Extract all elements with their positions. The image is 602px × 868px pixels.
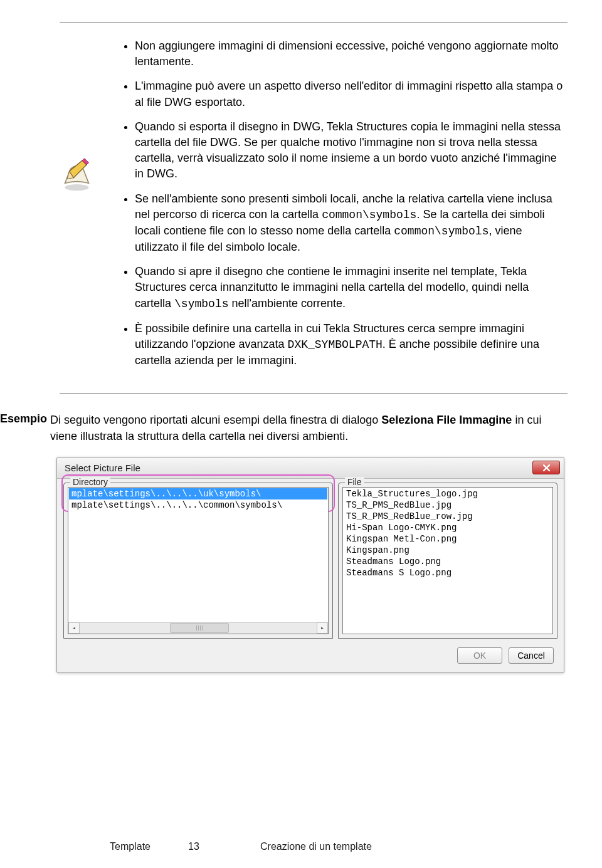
list-item[interactable]: TS_R_PMS_RedBlue_row.jpg <box>344 511 552 522</box>
top-divider <box>60 22 568 23</box>
bullet-item: Quando si esporta il disegno in DWG, Tek… <box>135 119 568 182</box>
list-item[interactable]: mplate\settings\..\..\..\uk\symbols\ <box>69 488 327 499</box>
note-bullet-list: Non aggiungere immagini di dimensioni ec… <box>110 38 568 377</box>
bottom-divider <box>60 393 568 394</box>
note-box: Non aggiungere immagini di dimensioni ec… <box>60 38 568 377</box>
footer-right: Creazione di un template <box>226 841 602 852</box>
bullet-item: È possibile definire una cartella in cui… <box>135 321 568 369</box>
scroll-thumb[interactable] <box>170 623 230 633</box>
list-item[interactable]: Steadmans S Logo.png <box>344 567 552 578</box>
code-snippet: DXK_SYMBOLPATH <box>288 338 383 351</box>
horizontal-scrollbar[interactable]: ◂ ▸ <box>68 622 328 634</box>
scroll-left-arrow-icon[interactable]: ◂ <box>68 622 80 634</box>
code-snippet: \symbols <box>174 298 228 310</box>
example-bold: Seleziona File Immagine <box>381 414 512 426</box>
file-label: File <box>345 477 364 487</box>
footer-left: Template <box>0 841 157 852</box>
list-item[interactable]: Tekla_Structures_logo.jpg <box>344 488 552 499</box>
ok-button[interactable]: OK <box>457 647 502 664</box>
example-label: Esempio <box>0 412 50 426</box>
file-panel: File Tekla_Structures_logo.jpg TS_R_PMS_… <box>338 483 557 639</box>
dialog-button-row: OK Cancel <box>57 641 564 672</box>
note-pencil-icon <box>60 157 94 192</box>
bullet-item: L'immagine può avere un aspetto diverso … <box>135 78 568 110</box>
directory-listbox[interactable]: mplate\settings\..\..\..\uk\symbols\ mpl… <box>68 487 329 634</box>
list-item[interactable]: TS_R_PMS_RedBlue.jpg <box>344 499 552 511</box>
dialog-title: Select Picture File <box>65 463 140 473</box>
cancel-button[interactable]: Cancel <box>509 647 554 664</box>
code-snippet: common\symbols <box>394 225 488 238</box>
list-item[interactable]: Kingspan.png <box>344 545 552 556</box>
select-picture-file-dialog: Select Picture File Directory mplate\set… <box>56 457 564 673</box>
close-icon <box>543 464 550 471</box>
directory-panel: Directory mplate\settings\..\..\..\uk\sy… <box>63 483 333 639</box>
bullet-text: nell'ambiente corrente. <box>228 297 346 310</box>
bullet-item: Non aggiungere immagini di dimensioni ec… <box>135 38 568 70</box>
file-listbox[interactable]: Tekla_Structures_logo.jpg TS_R_PMS_RedBl… <box>342 487 553 634</box>
dialog-body: Directory mplate\settings\..\..\..\uk\sy… <box>57 479 564 641</box>
close-button[interactable] <box>532 461 560 474</box>
page-footer: Template 13 Creazione di un template <box>0 841 602 852</box>
list-item[interactable]: mplate\settings\..\..\..\common\symbols\ <box>69 499 327 511</box>
code-snippet: common\symbols <box>322 209 416 221</box>
scroll-track[interactable] <box>80 622 317 634</box>
bullet-item: Quando si apre il disegno che contiene l… <box>135 264 568 312</box>
dialog-titlebar[interactable]: Select Picture File <box>57 458 564 479</box>
directory-label: Directory <box>70 477 110 487</box>
list-item[interactable]: Hi-Span Logo-CMYK.png <box>344 522 552 533</box>
scroll-right-arrow-icon[interactable]: ▸ <box>317 622 328 634</box>
list-item[interactable]: Kingspan Metl-Con.png <box>344 533 552 545</box>
bullet-item: Se nell'ambiente sono presenti simboli l… <box>135 191 568 256</box>
example-text-part: Di seguito vengono riportati alcuni esem… <box>50 414 381 426</box>
list-item[interactable]: Steadmans Logo.png <box>344 556 552 567</box>
note-icon-column <box>60 38 110 195</box>
svg-point-0 <box>65 184 89 191</box>
footer-page-number: 13 <box>157 841 226 852</box>
example-section: Esempio Di seguito vengono riportati alc… <box>0 412 568 444</box>
example-text: Di seguito vengono riportati alcuni esem… <box>50 412 568 444</box>
